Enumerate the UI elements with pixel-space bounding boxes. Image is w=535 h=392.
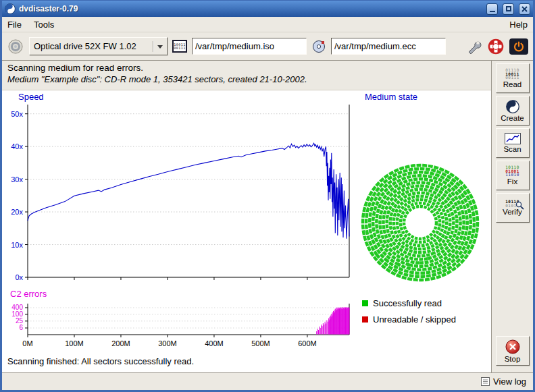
image-icon-binary-row: 00111: [174, 47, 186, 50]
status-line-1: Scanning medium for read errors.: [7, 63, 486, 73]
toolbar: Optical drive 52X FW 1.02 10011 00111: [2, 32, 533, 61]
close-icon: [521, 6, 528, 12]
svg-text:100M: 100M: [65, 339, 84, 347]
svg-text:40x: 40x: [11, 142, 23, 150]
main-area: Scanning medium for read errors. Medium …: [2, 61, 533, 372]
legend-label: Unreadable / skipped: [373, 314, 456, 325]
menu-help[interactable]: Help: [509, 20, 528, 30]
c2-errors-chart: 6251004000M100M200M300M400M500M600M: [9, 302, 355, 355]
action-sidebar: 01110 10011 00111 Read Create: [491, 61, 533, 372]
quit-button[interactable]: [509, 38, 528, 55]
help-button[interactable]: [488, 38, 504, 55]
toolbar-right-group: [466, 38, 528, 55]
log-icon: [481, 377, 490, 386]
verify-button[interactable]: 10110 01011 Verify: [496, 193, 530, 223]
drive-icon: [7, 38, 24, 55]
menubar: File Tools Help: [2, 17, 533, 32]
fix-button[interactable]: 10110 01001 11010 Fix: [496, 161, 530, 190]
scan-button[interactable]: Scan: [496, 128, 530, 158]
verify-magnifier-icon: 10110 01011: [505, 200, 519, 207]
image-file-icon: 10011 00111: [172, 40, 187, 53]
yin-yang-icon: [506, 100, 519, 113]
drive-selector-value: Optical drive 52X FW 1.02: [34, 41, 149, 51]
drive-selector-dropdown[interactable]: Optical drive 52X FW 1.02: [29, 37, 168, 55]
medium-state-title: Medium state: [365, 92, 417, 102]
speed-chart: 0x10x20x30x40x50x: [9, 103, 355, 287]
power-icon: [513, 40, 525, 53]
binary-row: 11010: [505, 173, 519, 177]
ecc-file-input[interactable]: [331, 38, 446, 55]
medium-info-line: Medium "Example disc": CD-R mode 1, 3534…: [7, 74, 486, 84]
preferences-button[interactable]: [466, 38, 482, 55]
svg-text:200M: 200M: [111, 339, 130, 347]
titlebar[interactable]: dvdisaster-0.79: [2, 1, 533, 17]
view-log-button[interactable]: View log: [481, 376, 526, 387]
window-title: dvdisaster-0.79: [19, 4, 482, 13]
svg-text:100: 100: [11, 310, 23, 318]
wrench-icon: [466, 38, 482, 55]
scan-button-label: Scan: [503, 145, 521, 153]
magnifier-icon: [515, 201, 524, 210]
lifebelt-icon: [488, 38, 504, 55]
scan-result-status: Scanning finished: All sectors successfu…: [7, 356, 194, 366]
fix-binary-icon: 10110 01001 11010: [505, 165, 519, 177]
drive-button[interactable]: [7, 38, 24, 55]
svg-text:0x: 0x: [15, 273, 23, 281]
svg-text:20x: 20x: [11, 208, 23, 216]
status-header: Scanning medium for read errors. Medium …: [2, 61, 491, 90]
view-log-label: View log: [493, 376, 526, 387]
speed-chart-title: Speed: [18, 92, 44, 102]
scan-canvas: Speed 0x10x20x30x40x50x Medium state C2 …: [2, 90, 491, 372]
image-file-input[interactable]: [192, 38, 307, 55]
medium-state-legend: Successfully read Unreadable / skipped: [362, 298, 456, 325]
legend-item-unreadable: Unreadable / skipped: [362, 314, 456, 325]
maximize-button[interactable]: [503, 3, 514, 15]
svg-text:0M: 0M: [22, 339, 32, 347]
stop-button-label: Stop: [505, 355, 521, 363]
content-column: Scanning medium for read errors. Medium …: [2, 61, 491, 372]
unreadable-swatch-icon: [362, 316, 368, 323]
c2-chart-title: C2 errors: [10, 289, 47, 299]
read-button-label: Read: [503, 80, 522, 88]
menu-tools[interactable]: Tools: [34, 20, 54, 30]
close-button[interactable]: [519, 3, 530, 15]
create-button[interactable]: Create: [496, 96, 530, 125]
svg-text:500M: 500M: [251, 339, 270, 347]
chevron-down-icon: [157, 45, 163, 51]
create-button-label: Create: [501, 114, 524, 122]
read-button[interactable]: 01110 10011 00111 Read: [496, 63, 530, 93]
medium-state-disc: [358, 161, 482, 285]
legend-item-success: Successfully read: [362, 298, 456, 308]
combo-separator: [153, 41, 153, 52]
app-icon[interactable]: [5, 3, 16, 14]
success-swatch-icon: [362, 300, 368, 306]
minimize-button[interactable]: [486, 3, 498, 15]
binary-read-icon: 01110 10011 00111: [505, 68, 519, 80]
binary-row: 00111: [505, 76, 519, 80]
fix-button-label: Fix: [507, 177, 517, 186]
svg-text:300M: 300M: [158, 339, 177, 347]
legend-label: Successfully read: [373, 298, 442, 308]
maximize-icon: [506, 6, 511, 11]
minimize-icon: [490, 11, 495, 12]
ecc-file-icon: [311, 40, 326, 53]
svg-text:50x: 50x: [11, 110, 23, 118]
svg-text:25: 25: [16, 317, 24, 325]
svg-text:30x: 30x: [11, 175, 23, 184]
app-window: dvdisaster-0.79 File Tools Help Optical …: [0, 0, 535, 392]
svg-text:6: 6: [19, 324, 23, 331]
svg-text:600M: 600M: [298, 339, 317, 347]
svg-text:400: 400: [11, 304, 23, 311]
scan-chart-icon: [505, 133, 521, 144]
svg-text:10x: 10x: [11, 241, 23, 249]
menu-file[interactable]: File: [7, 20, 22, 30]
stop-button[interactable]: Stop: [496, 336, 530, 366]
stop-icon: [505, 339, 520, 354]
svg-text:400M: 400M: [205, 339, 224, 347]
footer-bar: View log: [2, 372, 533, 390]
